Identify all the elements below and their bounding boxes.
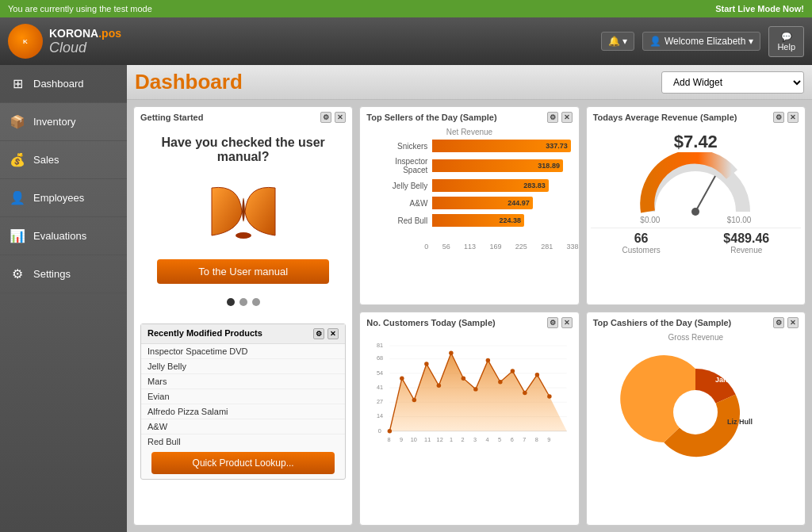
sidebar-item-inventory[interactable]: 📦 Inventory bbox=[0, 103, 127, 141]
recently-modified-section: Recently Modified Products ⚙ ✕ Inspector… bbox=[140, 323, 346, 480]
svg-text:3: 3 bbox=[473, 435, 477, 442]
rm-settings-btn[interactable]: ⚙ bbox=[313, 328, 324, 339]
svg-text:4: 4 bbox=[486, 435, 489, 442]
ts-close-btn[interactable]: ✕ bbox=[561, 112, 573, 123]
tc-close-btn[interactable]: ✕ bbox=[787, 317, 799, 328]
svg-text:7: 7 bbox=[523, 435, 526, 442]
inventory-icon: 📦 bbox=[10, 114, 25, 129]
user-manual-button[interactable]: To the User manual bbox=[157, 259, 329, 284]
product-item: Mars bbox=[141, 374, 345, 389]
top-cashiers-header: Top Cashiers of the Day (Sample) ⚙ ✕ bbox=[587, 312, 805, 333]
bell-button[interactable]: 🔔 ▾ bbox=[601, 32, 634, 51]
gauge-max-label: $10.00 bbox=[727, 216, 752, 224]
test-mode-bar: You are currently using the test mode St… bbox=[0, 0, 812, 17]
svg-text:12: 12 bbox=[437, 435, 443, 442]
ar-close-btn[interactable]: ✕ bbox=[787, 112, 799, 123]
test-mode-text: You are currently using the test mode bbox=[8, 4, 152, 13]
dot-indicators bbox=[227, 298, 260, 306]
sidebar-label-employees: Employees bbox=[33, 192, 84, 204]
bar: 244.97 bbox=[432, 197, 532, 209]
customers-today-widget: No. Customers Today (Sample) ⚙ ✕ 81 68 5… bbox=[359, 312, 579, 526]
widget-controls: ⚙ ✕ bbox=[320, 112, 346, 123]
sidebar-label-inventory: Inventory bbox=[33, 116, 75, 128]
live-mode-button[interactable]: Start Live Mode Now! bbox=[715, 4, 804, 13]
bar-value: 318.89 bbox=[538, 162, 560, 170]
svg-point-20 bbox=[437, 383, 441, 387]
top-cashiers-subtitle: Gross Revenue bbox=[587, 333, 805, 342]
ct-close-btn[interactable]: ✕ bbox=[561, 317, 573, 328]
page-title: Dashboard bbox=[135, 70, 243, 94]
logo: K KORONA.pos Cloud bbox=[8, 24, 121, 59]
svg-point-24 bbox=[486, 358, 490, 362]
line-chart-svg: 81 68 54 41 27 14 0 bbox=[368, 333, 570, 460]
recently-modified-title: Recently Modified Products bbox=[147, 328, 262, 339]
evaluations-icon: 📊 bbox=[10, 228, 25, 243]
revenue-label: Revenue bbox=[723, 246, 769, 255]
help-button[interactable]: 💬 Help bbox=[768, 26, 804, 57]
gauge-value: $7.42 bbox=[674, 132, 718, 152]
dashboard-grid: Getting Started ⚙ ✕ Have you checked the… bbox=[127, 100, 812, 532]
tc-settings-btn[interactable]: ⚙ bbox=[773, 317, 784, 328]
bar-value: 283.83 bbox=[523, 182, 546, 189]
book-icon bbox=[204, 180, 283, 243]
widget-settings-btn[interactable]: ⚙ bbox=[320, 112, 331, 123]
bar-container: 318.89 bbox=[432, 159, 570, 172]
sidebar-item-dashboard[interactable]: ⊞ Dashboard bbox=[0, 65, 127, 103]
ts-settings-btn[interactable]: ⚙ bbox=[547, 112, 558, 123]
product-item: Jelly Belly bbox=[141, 359, 345, 374]
svg-point-27 bbox=[523, 390, 527, 394]
add-widget-select[interactable]: Add Widget bbox=[661, 71, 804, 94]
svg-text:81: 81 bbox=[377, 341, 383, 348]
svg-point-18 bbox=[412, 397, 416, 401]
bar-value: 224.38 bbox=[500, 216, 522, 224]
dropdown-icon: ▾ bbox=[749, 36, 753, 47]
bar: 318.89 bbox=[432, 159, 563, 172]
sidebar-label-sales: Sales bbox=[33, 154, 59, 166]
sidebar: ⊞ Dashboard 📦 Inventory 💰 Sales 👤 Employ… bbox=[0, 65, 127, 532]
rm-close-btn[interactable]: ✕ bbox=[327, 328, 339, 339]
bar-row: Red Bull 224.38 bbox=[368, 214, 570, 227]
quick-lookup-button[interactable]: Quick Product Lookup... bbox=[151, 452, 335, 474]
svg-point-17 bbox=[400, 376, 404, 380]
sidebar-item-evaluations[interactable]: 📊 Evaluations bbox=[0, 217, 127, 255]
svg-text:John Doe: John Doe bbox=[664, 460, 696, 468]
gauge-revenue: $489.46 Revenue bbox=[723, 232, 769, 255]
top-sellers-subtitle: Net Revenue bbox=[360, 128, 578, 136]
sidebar-item-employees[interactable]: 👤 Employees bbox=[0, 179, 127, 217]
svg-point-21 bbox=[449, 350, 453, 354]
svg-point-46 bbox=[673, 390, 718, 434]
svg-point-29 bbox=[547, 394, 551, 398]
svg-line-44 bbox=[695, 176, 715, 212]
svg-text:8: 8 bbox=[535, 435, 538, 442]
app-header: K KORONA.pos Cloud 🔔 ▾ 👤 Welcome Elizabe… bbox=[0, 17, 812, 65]
sidebar-label-dashboard: Dashboard bbox=[33, 78, 84, 90]
rm-widget-controls: ⚙ ✕ bbox=[313, 328, 339, 339]
svg-text:10: 10 bbox=[411, 435, 417, 442]
sales-icon: 💰 bbox=[10, 152, 25, 167]
logo-text: KORONA.pos Cloud bbox=[49, 27, 121, 56]
x-axis-label: 169 bbox=[489, 243, 501, 251]
sidebar-item-settings[interactable]: ⚙ Settings bbox=[0, 255, 127, 293]
avg-revenue-title: Todays Average Revenue (Sample) bbox=[593, 113, 737, 122]
svg-text:Jane Doe: Jane Doe bbox=[715, 376, 747, 384]
header-right: 🔔 ▾ 👤 Welcome Elizabeth ▾ 💬 Help bbox=[601, 26, 804, 57]
bar-chart-x-axis: 056113169225281338 bbox=[360, 243, 578, 251]
sidebar-item-sales[interactable]: 💰 Sales bbox=[0, 141, 127, 179]
svg-point-19 bbox=[424, 362, 428, 366]
svg-point-22 bbox=[462, 376, 465, 380]
welcome-button[interactable]: 👤 Welcome Elizabeth ▾ bbox=[642, 32, 761, 51]
settings-icon: ⚙ bbox=[10, 266, 25, 281]
svg-text:2: 2 bbox=[462, 435, 465, 442]
bar: 337.73 bbox=[432, 140, 570, 152]
top-cashiers-widget: Top Cashiers of the Day (Sample) ⚙ ✕ Gro… bbox=[586, 312, 806, 526]
tc-controls: ⚙ ✕ bbox=[773, 317, 799, 328]
svg-text:0: 0 bbox=[378, 427, 381, 434]
ar-settings-btn[interactable]: ⚙ bbox=[773, 112, 784, 123]
dot-2 bbox=[239, 298, 247, 306]
svg-point-0 bbox=[236, 232, 251, 239]
customers-today-header: No. Customers Today (Sample) ⚙ ✕ bbox=[360, 312, 578, 333]
widget-close-btn[interactable]: ✕ bbox=[335, 112, 346, 123]
ct-settings-btn[interactable]: ⚙ bbox=[547, 317, 558, 328]
svg-text:5: 5 bbox=[498, 435, 501, 442]
svg-text:1: 1 bbox=[450, 435, 453, 442]
